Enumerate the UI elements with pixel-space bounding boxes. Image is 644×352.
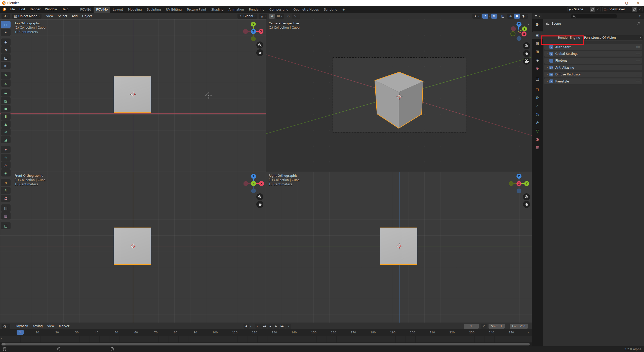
scrollbar-zoom-handle[interactable] bbox=[2, 343, 6, 345]
proportional-editing-toggle[interactable]: ⊙ bbox=[286, 14, 292, 19]
tab-constraints[interactable]: ⊗ bbox=[532, 119, 543, 126]
remove-viewlayer-button[interactable]: × bbox=[637, 7, 642, 12]
panel-diffuse-radiosity[interactable]: › ▨ Diffuse Radiosity ∷∷ bbox=[544, 72, 642, 77]
move[interactable]: ✚ bbox=[1, 38, 11, 46]
workspace-tab[interactable]: Shading bbox=[209, 7, 226, 13]
expand-chevron-icon[interactable]: › bbox=[547, 59, 548, 62]
3d-cursor[interactable] bbox=[130, 243, 136, 249]
unlink-scene-button[interactable]: × bbox=[595, 7, 600, 12]
transform-orientation-selector[interactable]: ∠ Global ▾ bbox=[237, 14, 257, 19]
expand-chevron-icon[interactable]: › bbox=[547, 80, 548, 83]
drag-handle-icon[interactable]: ∷∷ bbox=[636, 66, 640, 69]
expand-chevron-icon[interactable]: › bbox=[547, 73, 548, 76]
add-mesh-cube[interactable]: □ bbox=[1, 222, 11, 229]
auto-keying-toggle[interactable]: ● bbox=[244, 324, 249, 329]
workspace-tab[interactable]: Modeling bbox=[126, 7, 144, 13]
tab-object[interactable]: ◻ bbox=[532, 86, 543, 93]
next-keyframe-button[interactable]: ▶▶ bbox=[279, 324, 285, 329]
zoom-button[interactable] bbox=[523, 193, 530, 200]
axis-neg-x-ball[interactable] bbox=[243, 29, 248, 34]
add-sweep[interactable]: ∿ bbox=[1, 154, 11, 161]
axis-neg-x-ball[interactable] bbox=[244, 181, 248, 186]
shading-wireframe-button[interactable]: ⊕ bbox=[508, 14, 514, 19]
timeline-menu-item[interactable]: Keying bbox=[30, 324, 45, 329]
timeline-collapse-arrow[interactable]: ‹ bbox=[528, 331, 529, 334]
drag-handle-icon[interactable]: ∷∷ bbox=[636, 59, 640, 62]
panel-photons[interactable]: › ∴ Photons ∷∷ bbox=[544, 58, 642, 64]
pan-hand-button[interactable] bbox=[523, 201, 530, 208]
viewlayer-name[interactable]: ViewLayer bbox=[609, 8, 632, 11]
workspace-tab[interactable]: Layout bbox=[110, 7, 126, 13]
show-gizmo-toggle[interactable]: ↗ bbox=[482, 14, 488, 19]
timeline-menu-item[interactable]: View bbox=[45, 324, 57, 329]
add-box[interactable]: ▧ bbox=[1, 97, 11, 104]
tab-scene[interactable]: ◈ bbox=[532, 56, 543, 64]
timeline-menu-item[interactable]: Marker bbox=[57, 324, 71, 329]
workspace-tab[interactable]: Scripting bbox=[321, 7, 340, 13]
panel-global-settings[interactable]: › ⚙ Global Settings ∷∷ bbox=[544, 51, 642, 57]
close-button[interactable]: × bbox=[632, 0, 644, 6]
axis-neg-y-ball[interactable] bbox=[511, 31, 515, 36]
expand-chevron-icon[interactable]: › bbox=[547, 52, 548, 55]
pan-hand-button[interactable] bbox=[523, 50, 530, 57]
blender-menu-logo-icon[interactable] bbox=[2, 8, 7, 11]
jump-to-start-button[interactable]: ⇤ bbox=[255, 324, 261, 329]
tab-collection[interactable]: ▢ bbox=[532, 75, 543, 83]
tab-physics[interactable]: ◎ bbox=[532, 111, 543, 118]
panel-auto-start[interactable]: › ▸ Auto Start ∷∷ bbox=[544, 44, 642, 50]
stopwatch-icon[interactable]: ◔ bbox=[481, 324, 487, 329]
workspace-tab[interactable]: Rendering bbox=[247, 7, 267, 13]
workspace-tab[interactable]: + bbox=[340, 7, 347, 13]
workspace-tab[interactable]: Geometry Nodes bbox=[291, 7, 321, 13]
scene-selector[interactable]: ◆ ▾ Scene × bbox=[568, 7, 601, 12]
viewport-right-orthographic[interactable]: Right Orthographic (1) Collection | Cube… bbox=[266, 172, 532, 323]
light-object[interactable] bbox=[205, 92, 212, 99]
topbar-menu-item[interactable]: Help bbox=[59, 7, 70, 12]
tab-particles[interactable]: ∴ bbox=[532, 102, 543, 110]
snap-target-selector[interactable]: ◎ ▾ bbox=[259, 14, 267, 19]
zoom-button[interactable] bbox=[523, 42, 530, 49]
play-button[interactable]: ▶ bbox=[273, 324, 279, 329]
3d-cursor[interactable] bbox=[130, 91, 136, 98]
cursor[interactable]: ⌖ bbox=[1, 29, 11, 36]
new-scene-button[interactable] bbox=[590, 7, 595, 12]
axis-neg-x-ball[interactable] bbox=[511, 26, 516, 31]
panel-anti-aliasing[interactable]: › ◯ Anti-Aliasing ∷∷ bbox=[544, 65, 642, 70]
breadcrumb-label[interactable]: Scene bbox=[552, 22, 561, 25]
zoom-button[interactable] bbox=[256, 193, 263, 200]
navigation-gizmo[interactable]: Z Y X bbox=[509, 21, 529, 41]
navigation-gizmo[interactable]: Z Y X bbox=[509, 173, 529, 194]
panel-freestyle[interactable]: › ✎ Freestyle ∷∷ bbox=[544, 78, 642, 84]
workspace-tab[interactable]: Sculpting bbox=[144, 7, 164, 13]
frame-end-field[interactable]: End 250 bbox=[510, 324, 528, 329]
add-infinite-plane[interactable]: ▬ bbox=[1, 89, 11, 97]
pan-hand-button[interactable] bbox=[256, 201, 263, 208]
axis-neg-y-ball[interactable] bbox=[509, 181, 514, 186]
transform[interactable]: ◎ bbox=[1, 62, 11, 69]
current-frame-indicator[interactable]: 1 bbox=[17, 330, 24, 335]
editor-type-selector[interactable]: ⊿ ▾ bbox=[2, 14, 10, 19]
timeline-expand-arrow[interactable]: › bbox=[1, 337, 2, 340]
zoom-button[interactable] bbox=[256, 41, 263, 49]
timeline-editor-type-selector[interactable]: ◔ ▾ bbox=[2, 324, 10, 329]
topbar-menu-item[interactable]: Edit bbox=[17, 7, 27, 12]
add-landscape[interactable]: △ bbox=[1, 161, 11, 169]
timeline-menu-item[interactable]: Playback bbox=[12, 324, 30, 329]
timeline-scrollbar[interactable] bbox=[0, 342, 532, 346]
proportional-falloff-selector[interactable]: ∿ ▾ bbox=[292, 14, 300, 19]
minimize-button[interactable]: – bbox=[609, 0, 621, 6]
tab-view-layer[interactable]: ⊞ bbox=[532, 48, 543, 56]
camera-view-button[interactable] bbox=[523, 58, 530, 65]
drag-handle-icon[interactable]: ∷∷ bbox=[636, 52, 640, 55]
expand-chevron-icon[interactable]: › bbox=[547, 45, 548, 49]
play-reverse-button[interactable]: ◀ bbox=[267, 324, 273, 329]
viewport-menu-item[interactable]: Add bbox=[69, 14, 80, 19]
workspace-tab[interactable]: UV Editing bbox=[164, 7, 184, 13]
navigation-gizmo[interactable]: Z X -Y bbox=[244, 173, 264, 194]
workspace-tab[interactable]: POV-Ed bbox=[78, 7, 94, 13]
select-box[interactable]: ⊡ bbox=[1, 21, 11, 28]
snap-magnet-toggle[interactable]: ∩ bbox=[269, 14, 275, 19]
shading-material-button[interactable]: ◑ bbox=[520, 14, 526, 19]
scene-name[interactable]: Scene bbox=[573, 8, 590, 11]
viewport-top-orthographic[interactable]: Top Orthographic (1) Collection | Cube 1… bbox=[0, 19, 266, 172]
